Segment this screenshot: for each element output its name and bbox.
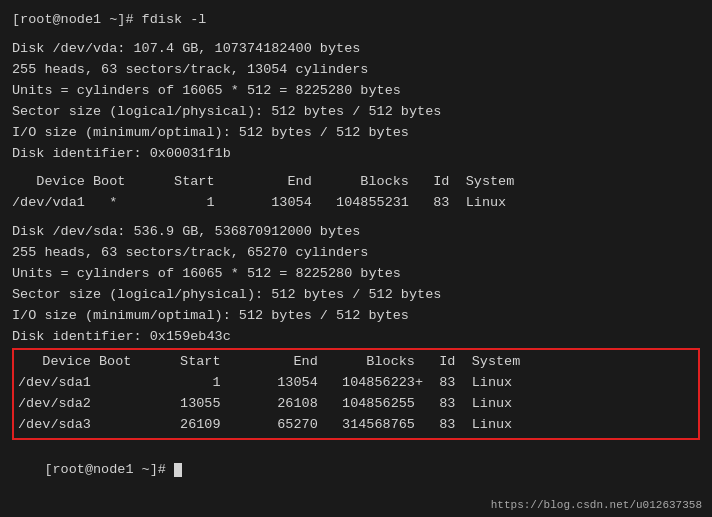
prompt-line-2: [root@node1 ~]# <box>12 440 700 503</box>
vda-disk-info-1: Disk /dev/vda: 107.4 GB, 107374182400 by… <box>12 39 700 60</box>
sda-disk-info-5: I/O size (minimum/optimal): 512 bytes / … <box>12 306 700 327</box>
sda-disk-info-6: Disk identifier: 0x159eb43c <box>12 327 700 348</box>
sda-disk-info-1: Disk /dev/sda: 536.9 GB, 536870912000 by… <box>12 222 700 243</box>
vda-disk-info-6: Disk identifier: 0x00031f1b <box>12 144 700 165</box>
vda-table-header: Device Boot Start End Blocks Id System <box>12 172 700 193</box>
sda-table-row3: /dev/sda3 26109 65270 314568765 83 Linux <box>14 415 698 436</box>
vda-table-row1: /dev/vda1 * 1 13054 104855231 83 Linux <box>12 193 700 214</box>
sda-table-row2: /dev/sda2 13055 26108 104856255 83 Linux <box>14 394 698 415</box>
cursor <box>174 463 182 477</box>
vda-disk-info-3: Units = cylinders of 16065 * 512 = 82252… <box>12 81 700 102</box>
sda-disk-info-2: 255 heads, 63 sectors/track, 65270 cylin… <box>12 243 700 264</box>
sda-table-row1: /dev/sda1 1 13054 104856223+ 83 Linux <box>14 373 698 394</box>
vda-disk-info-5: I/O size (minimum/optimal): 512 bytes / … <box>12 123 700 144</box>
vda-disk-info-2: 255 heads, 63 sectors/track, 13054 cylin… <box>12 60 700 81</box>
terminal-window: [root@node1 ~]# fdisk -l Disk /dev/vda: … <box>0 0 712 517</box>
sda-disk-info-3: Units = cylinders of 16065 * 512 = 82252… <box>12 264 700 285</box>
sda-disk-info-4: Sector size (logical/physical): 512 byte… <box>12 285 700 306</box>
sda-table-header: Device Boot Start End Blocks Id System <box>14 352 698 373</box>
highlighted-table: Device Boot Start End Blocks Id System /… <box>12 348 700 440</box>
vda-disk-info-4: Sector size (logical/physical): 512 byte… <box>12 102 700 123</box>
watermark: https://blog.csdn.net/u012637358 <box>491 499 702 511</box>
prompt-line-1: [root@node1 ~]# fdisk -l <box>12 10 700 31</box>
